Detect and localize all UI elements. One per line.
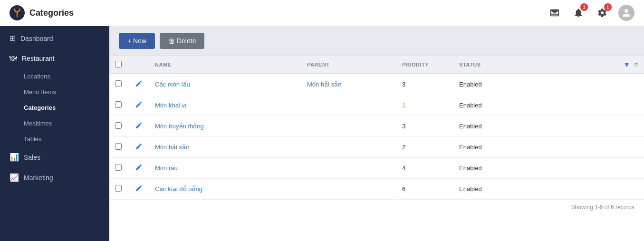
row-status-0: Enabled [453, 74, 615, 95]
row-name-1[interactable]: Món khai vị [149, 95, 301, 116]
edit-col-header [128, 56, 149, 74]
settings-button[interactable]: 1 [595, 5, 610, 20]
sidebar-item-tables[interactable]: Tables [0, 131, 109, 147]
row-edit-cell-2[interactable] [128, 116, 149, 137]
data-table-container: NAME PARENT PRIORITY STATUS [109, 56, 644, 241]
sidebar-nav: ⊞ Dashboard 🍽 Restaurant Locations Menu … [0, 26, 109, 190]
notifications-button[interactable]: 1 [571, 5, 586, 20]
filter-icon[interactable]: ▼ [624, 61, 630, 68]
edit-button-3[interactable] [134, 142, 144, 153]
row-checkbox-cell-4[interactable] [109, 158, 128, 179]
menu-items-label: Menu Items [24, 88, 56, 96]
sidebar-item-mealtimes[interactable]: Mealtimes [0, 116, 109, 131]
user-icon [622, 8, 631, 18]
main-layout: ⊞ Dashboard 🍽 Restaurant Locations Menu … [0, 26, 644, 241]
row-status-4: Enabled [453, 158, 615, 179]
row-checkbox-5[interactable] [115, 185, 122, 192]
row-checkbox-4[interactable] [115, 164, 122, 171]
row-status-5: Enabled [453, 179, 615, 200]
table-row: Các loại đồ uống 6 Enabled [109, 179, 644, 200]
row-checkbox-3[interactable] [115, 143, 122, 150]
row-priority-2: 3 [396, 116, 453, 137]
delete-button[interactable]: 🗑 Delete [160, 33, 204, 49]
mealtimes-label: Mealtimes [24, 120, 52, 127]
categories-table: NAME PARENT PRIORITY STATUS [109, 56, 644, 200]
row-edit-cell-1[interactable] [128, 95, 149, 116]
row-edit-cell-3[interactable] [128, 137, 149, 158]
row-checkbox-cell-3[interactable] [109, 137, 128, 158]
row-name-0[interactable]: Các món lẩu [149, 74, 301, 95]
sidebar-item-marketing[interactable]: 📈 Marketing [0, 167, 109, 188]
table-row: Các món lẩu Món hải sản 3 Enabled [109, 74, 644, 95]
select-all-checkbox[interactable] [115, 61, 122, 67]
row-priority-5: 6 [396, 179, 453, 200]
row-name-5[interactable]: Các loại đồ uống [149, 179, 301, 200]
page-title: Categories [29, 8, 74, 18]
row-name-4[interactable]: Món rau [149, 158, 301, 179]
table-header-row: NAME PARENT PRIORITY STATUS [109, 56, 644, 74]
row-edit-cell-0[interactable] [128, 74, 149, 95]
row-checkbox-cell-5[interactable] [109, 179, 128, 200]
row-priority-1: 1 [396, 95, 453, 116]
dashboard-icon: ⊞ [10, 34, 16, 43]
categories-label: Categories [24, 104, 56, 111]
row-actions-1 [615, 95, 644, 116]
row-checkbox-0[interactable] [115, 80, 122, 87]
row-status-1: Enabled [453, 95, 615, 116]
row-actions-0 [615, 74, 644, 95]
row-parent-0[interactable]: Món hải sản [301, 74, 396, 95]
sidebar-item-label-dashboard: Dashboard [20, 35, 53, 42]
row-status-2: Enabled [453, 116, 615, 137]
row-checkbox-2[interactable] [115, 122, 122, 129]
table-row: Món truyền thống 3 Enabled [109, 116, 644, 137]
table-row: Món hải sản 2 Enabled [109, 137, 644, 158]
name-col-header: NAME [149, 56, 301, 74]
header-actions: 1 1 [547, 5, 634, 21]
new-button-label: + New [127, 37, 146, 45]
edit-button-4[interactable] [134, 163, 144, 174]
row-edit-cell-5[interactable] [128, 179, 149, 200]
user-avatar[interactable] [618, 5, 634, 21]
table-body: Các món lẩu Món hải sản 3 Enabled Món kh… [109, 74, 644, 200]
delete-button-label: 🗑 Delete [168, 37, 196, 45]
row-actions-4 [615, 158, 644, 179]
row-name-2[interactable]: Món truyền thống [149, 116, 301, 137]
toolbar: + New 🗑 Delete [109, 26, 644, 56]
sidebar-item-restaurant[interactable]: 🍽 Restaurant [0, 48, 109, 68]
row-parent-1 [301, 95, 396, 116]
row-actions-3 [615, 137, 644, 158]
notification-badge: 1 [580, 3, 588, 11]
row-priority-4: 4 [396, 158, 453, 179]
select-all-header[interactable] [109, 56, 128, 74]
marketing-icon: 📈 [10, 173, 19, 182]
app-logo-icon [10, 5, 25, 20]
table-row: Món rau 4 Enabled [109, 158, 644, 179]
row-checkbox-1[interactable] [115, 101, 122, 108]
row-checkbox-cell-1[interactable] [109, 95, 128, 116]
logo-area: Categories [10, 5, 74, 20]
row-name-3[interactable]: Món hải sản [149, 137, 301, 158]
sidebar-item-label-sales: Sales [24, 154, 40, 161]
columns-icon[interactable]: ≡ [634, 61, 638, 68]
edit-button-5[interactable] [134, 183, 144, 194]
row-checkbox-cell-2[interactable] [109, 116, 128, 137]
edit-button-1[interactable] [134, 100, 144, 111]
edit-button-2[interactable] [134, 121, 144, 132]
sidebar-item-dashboard[interactable]: ⊞ Dashboard [0, 28, 109, 48]
row-checkbox-cell-0[interactable] [109, 74, 128, 95]
row-edit-cell-4[interactable] [128, 158, 149, 179]
sales-icon: 📊 [10, 153, 19, 162]
row-parent-4 [301, 158, 396, 179]
priority-col-header: PRIORITY [396, 56, 453, 74]
edit-button-0[interactable] [134, 79, 144, 90]
actions-col-header: ▼ ≡ [615, 56, 644, 74]
sidebar-item-sales[interactable]: 📊 Sales [0, 147, 109, 167]
inbox-button[interactable] [547, 5, 562, 20]
sidebar-item-categories[interactable]: Categories [0, 100, 109, 116]
sidebar-item-locations[interactable]: Locations [0, 68, 109, 84]
sidebar-item-menu-items[interactable]: Menu Items [0, 84, 109, 100]
row-parent-5 [301, 179, 396, 200]
new-button[interactable]: + New [119, 33, 155, 49]
row-parent-2 [301, 116, 396, 137]
inbox-icon [549, 8, 560, 18]
